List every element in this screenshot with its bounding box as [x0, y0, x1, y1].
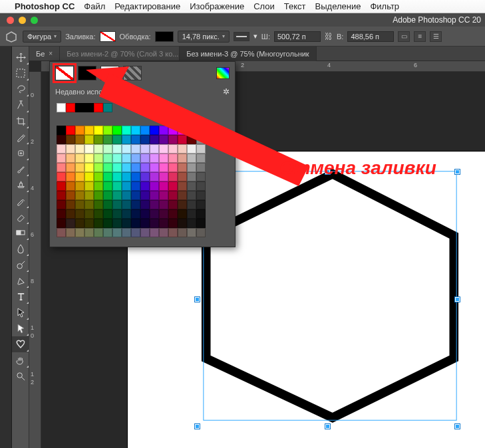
- palette-color-swatch[interactable]: [75, 126, 84, 135]
- palette-color-swatch[interactable]: [168, 172, 178, 181]
- palette-color-swatch[interactable]: [112, 200, 122, 209]
- palette-color-swatch[interactable]: [94, 181, 103, 191]
- palette-color-swatch[interactable]: [103, 144, 112, 154]
- palette-color-swatch[interactable]: [103, 172, 112, 181]
- palette-color-swatch[interactable]: [187, 228, 196, 237]
- recent-color-swatch[interactable]: [66, 103, 75, 112]
- palette-color-swatch[interactable]: [103, 219, 112, 228]
- menu-filter[interactable]: Фильтр: [370, 1, 399, 11]
- palette-color-swatch[interactable]: [131, 163, 140, 172]
- spot-heal-tool[interactable]: [12, 145, 29, 161]
- palette-color-swatch[interactable]: [122, 191, 131, 200]
- palette-color-swatch[interactable]: [187, 135, 196, 144]
- palette-color-swatch[interactable]: [131, 172, 140, 181]
- palette-color-swatch[interactable]: [112, 172, 122, 181]
- palette-color-swatch[interactable]: [57, 200, 66, 209]
- palette-color-swatch[interactable]: [94, 228, 103, 237]
- palette-color-swatch[interactable]: [112, 219, 122, 228]
- palette-color-swatch[interactable]: [66, 209, 75, 219]
- path-select-tool[interactable]: [12, 304, 29, 320]
- palette-color-swatch[interactable]: [196, 144, 206, 154]
- palette-color-swatch[interactable]: [140, 191, 150, 200]
- palette-color-swatch[interactable]: [187, 200, 196, 209]
- palette-color-swatch[interactable]: [75, 172, 84, 181]
- menu-text[interactable]: Текст: [284, 1, 306, 11]
- palette-color-swatch[interactable]: [57, 172, 66, 181]
- palette-color-swatch[interactable]: [103, 135, 112, 144]
- palette-color-swatch[interactable]: [168, 135, 178, 144]
- palette-color-swatch[interactable]: [66, 181, 75, 191]
- palette-color-swatch[interactable]: [140, 144, 150, 154]
- palette-color-swatch[interactable]: [168, 181, 178, 191]
- palette-color-swatch[interactable]: [178, 181, 187, 191]
- stroke-width-field[interactable]: 14,78 пикс. ▾: [178, 31, 230, 43]
- palette-color-swatch[interactable]: [84, 154, 94, 163]
- palette-color-swatch[interactable]: [131, 191, 140, 200]
- palette-color-swatch[interactable]: [168, 219, 178, 228]
- palette-color-swatch[interactable]: [140, 200, 150, 209]
- eyedropper-tool[interactable]: [12, 129, 29, 145]
- palette-color-swatch[interactable]: [57, 181, 66, 191]
- recent-color-swatch[interactable]: [103, 103, 112, 112]
- fill-swatch-none[interactable]: [100, 31, 116, 42]
- palette-color-swatch[interactable]: [84, 209, 94, 219]
- eraser-tool[interactable]: [12, 209, 29, 225]
- palette-color-swatch[interactable]: [57, 163, 66, 172]
- palette-color-swatch[interactable]: [131, 200, 140, 209]
- palette-color-swatch[interactable]: [159, 172, 168, 181]
- palette-color-swatch[interactable]: [178, 209, 187, 219]
- palette-color-swatch[interactable]: [75, 181, 84, 191]
- palette-color-swatch[interactable]: [159, 191, 168, 200]
- palette-color-swatch[interactable]: [122, 228, 131, 237]
- palette-color-swatch[interactable]: [140, 126, 150, 135]
- palette-color-swatch[interactable]: [140, 219, 150, 228]
- palette-color-swatch[interactable]: [84, 172, 94, 181]
- palette-color-swatch[interactable]: [150, 200, 159, 209]
- recent-color-swatch[interactable]: [84, 103, 94, 112]
- palette-color-swatch[interactable]: [159, 154, 168, 163]
- palette-color-swatch[interactable]: [122, 219, 131, 228]
- palette-color-swatch[interactable]: [66, 219, 75, 228]
- palette-color-swatch[interactable]: [103, 163, 112, 172]
- palette-color-swatch[interactable]: [75, 228, 84, 237]
- palette-color-swatch[interactable]: [196, 219, 206, 228]
- palette-color-swatch[interactable]: [178, 172, 187, 181]
- palette-color-swatch[interactable]: [159, 163, 168, 172]
- palette-color-swatch[interactable]: [122, 154, 131, 163]
- palette-color-swatch[interactable]: [196, 126, 206, 135]
- shape-mode-dropdown[interactable]: Фигура ▾: [23, 31, 61, 43]
- quick-select-tool[interactable]: [12, 97, 29, 113]
- palette-color-swatch[interactable]: [150, 209, 159, 219]
- gradient-tool[interactable]: [12, 225, 29, 241]
- palette-color-swatch[interactable]: [66, 144, 75, 154]
- palette-color-swatch[interactable]: [84, 135, 94, 144]
- palette-color-swatch[interactable]: [75, 200, 84, 209]
- palette-color-swatch[interactable]: [84, 181, 94, 191]
- palette-color-swatch[interactable]: [84, 126, 94, 135]
- palette-color-swatch[interactable]: [168, 144, 178, 154]
- palette-color-swatch[interactable]: [75, 144, 84, 154]
- palette-color-swatch[interactable]: [187, 144, 196, 154]
- palette-color-swatch[interactable]: [66, 200, 75, 209]
- palette-color-swatch[interactable]: [140, 228, 150, 237]
- palette-color-swatch[interactable]: [122, 126, 131, 135]
- palette-color-swatch[interactable]: [187, 219, 196, 228]
- palette-color-swatch[interactable]: [140, 181, 150, 191]
- link-wh-icon[interactable]: ⛓: [325, 32, 333, 41]
- zoom-tool[interactable]: [12, 368, 29, 384]
- transform-handle[interactable]: [325, 424, 330, 429]
- palette-color-swatch[interactable]: [159, 181, 168, 191]
- recent-color-swatch[interactable]: [75, 103, 84, 112]
- palette-color-swatch[interactable]: [84, 200, 94, 209]
- width-field[interactable]: [274, 31, 321, 42]
- transform-handle[interactable]: [455, 297, 460, 302]
- fill-gradient-swatch[interactable]: [100, 66, 119, 80]
- palette-color-swatch[interactable]: [150, 181, 159, 191]
- palette-color-swatch[interactable]: [103, 228, 112, 237]
- palette-color-swatch[interactable]: [178, 154, 187, 163]
- palette-color-swatch[interactable]: [159, 228, 168, 237]
- palette-color-swatch[interactable]: [94, 154, 103, 163]
- palette-color-swatch[interactable]: [168, 126, 178, 135]
- palette-color-swatch[interactable]: [168, 200, 178, 209]
- close-window-button[interactable]: [7, 17, 14, 24]
